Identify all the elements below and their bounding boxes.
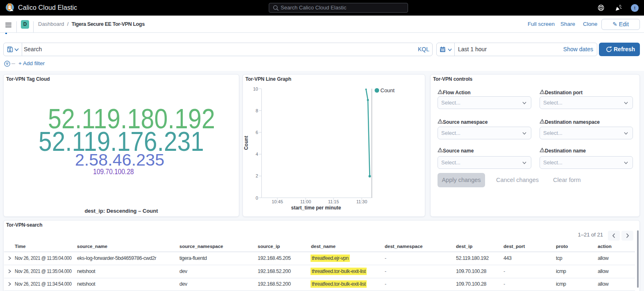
svg-text:11:15: 11:15: [328, 199, 339, 204]
svg-text:10:45: 10:45: [272, 199, 283, 204]
svg-text:0: 0: [256, 196, 258, 200]
svg-text:10: 10: [253, 86, 258, 91]
svg-text:8: 8: [256, 108, 258, 113]
svg-text:Count: Count: [243, 136, 249, 150]
svg-text:6: 6: [256, 130, 258, 135]
svg-text:start_time per minute: start_time per minute: [291, 205, 341, 211]
svg-text:4: 4: [256, 152, 258, 157]
svg-text:Count: Count: [381, 87, 395, 93]
svg-text:11:30: 11:30: [356, 199, 367, 204]
svg-text:2: 2: [256, 173, 258, 178]
svg-text:11:00: 11:00: [300, 199, 311, 204]
